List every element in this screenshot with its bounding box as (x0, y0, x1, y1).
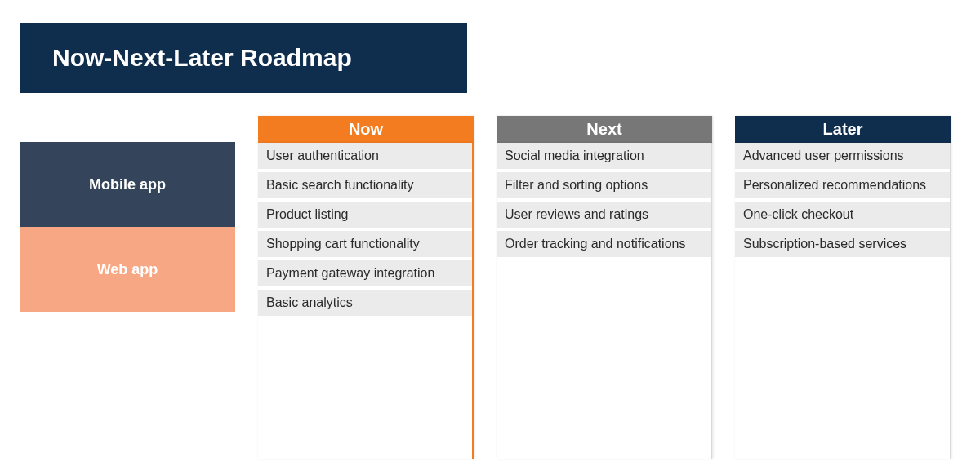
roadmap-item: User authentication (258, 143, 472, 169)
category-web-app: Web app (20, 227, 235, 312)
column-next: Next Social media integration Filter and… (497, 116, 712, 459)
column-header-now: Now (258, 116, 474, 143)
column-header-later: Later (735, 116, 951, 143)
roadmap-item: Basic analytics (258, 290, 472, 316)
roadmap-item: Personalized recommendations (735, 172, 950, 198)
column-body-next: Social media integration Filter and sort… (497, 143, 712, 459)
category-mobile-app: Mobile app (20, 142, 235, 227)
roadmap-item: Advanced user permissions (735, 143, 950, 169)
roadmap-title: Now-Next-Later Roadmap (20, 23, 467, 93)
roadmap-item: Product listing (258, 202, 472, 228)
roadmap-item: User reviews and ratings (497, 202, 711, 228)
column-body-later: Advanced user permissions Personalized r… (735, 143, 951, 459)
roadmap-item: Payment gateway integration (258, 260, 472, 286)
category-column: Mobile app Web app (20, 142, 235, 312)
roadmap-item: Order tracking and notifications (497, 231, 711, 257)
roadmap-item: Social media integration (497, 143, 711, 169)
roadmap-item: Subscription-based services (735, 231, 950, 257)
column-now: Now User authentication Basic search fun… (258, 116, 474, 459)
column-body-now: User authentication Basic search functio… (258, 143, 474, 459)
roadmap-grid: Mobile app Web app Now User authenticati… (20, 116, 960, 459)
roadmap-item: One-click checkout (735, 202, 950, 228)
column-header-next: Next (497, 116, 712, 143)
roadmap-item: Basic search functionality (258, 172, 472, 198)
column-later: Later Advanced user permissions Personal… (735, 116, 951, 459)
roadmap-item: Filter and sorting options (497, 172, 711, 198)
roadmap-item: Shopping cart functionality (258, 231, 472, 257)
